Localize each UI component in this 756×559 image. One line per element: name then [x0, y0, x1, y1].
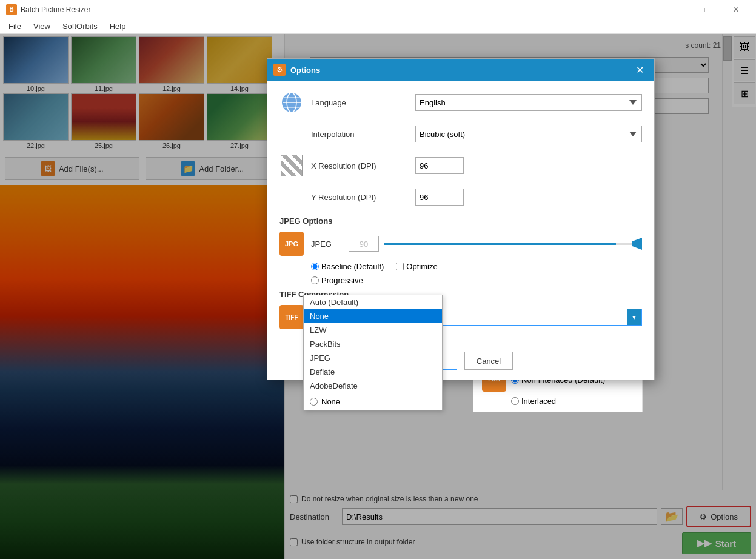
tiff-dropdown-arrow-icon[interactable]: ▼: [627, 309, 641, 325]
interpolation-control: Bicubic (soft): [415, 126, 642, 142]
y-res-spacer: [279, 185, 304, 209]
y-res-control: 96: [415, 189, 642, 206]
baseline-radio-label[interactable]: Baseline (Default): [311, 262, 384, 271]
title-controls: — □ ✕: [664, 0, 750, 19]
baseline-label: Baseline (Default): [321, 262, 384, 271]
jpeg-value-input[interactable]: 90: [349, 236, 379, 252]
language-icon: [279, 90, 304, 115]
language-label: Language: [311, 98, 408, 107]
minimize-button[interactable]: —: [664, 0, 692, 19]
main-content: 10.jpg 11.jpg 12.jpg 14.jpg 22.jpg 25.jp…: [0, 34, 756, 559]
language-control: English: [415, 94, 642, 111]
progressive-radio-label[interactable]: Progressive: [311, 276, 363, 285]
gif-none-row: None: [304, 393, 442, 410]
png-interlaced-text: Interlaced: [521, 397, 556, 406]
progressive-label: Progressive: [321, 276, 363, 285]
resolution-checkered-icon: [281, 155, 303, 176]
interpolation-icon: [279, 122, 304, 146]
menu-softorbits[interactable]: SoftOrbits: [56, 21, 104, 32]
jpeg-slider-fill: [384, 243, 616, 245]
resolution-icon: [279, 153, 304, 178]
png-interlaced-radio[interactable]: [511, 397, 519, 405]
gif-none-radio[interactable]: [310, 398, 318, 406]
x-res-control: 96: [415, 157, 642, 174]
tiff-option-auto[interactable]: Auto (Default): [304, 295, 442, 309]
menu-file[interactable]: File: [2, 21, 27, 32]
dialog-close-button[interactable]: ✕: [631, 61, 648, 78]
jpeg-slider-thumb[interactable]: [632, 238, 642, 250]
baseline-radio[interactable]: [311, 263, 319, 270]
maximize-button[interactable]: □: [693, 0, 721, 19]
app-title: Batch Picture Resizer: [21, 5, 664, 14]
app-close-button[interactable]: ✕: [722, 0, 750, 19]
gif-none-label: None: [321, 397, 340, 406]
cancel-button[interactable]: Cancel: [464, 352, 513, 370]
app-icon: B: [6, 4, 17, 15]
x-resolution-row: X Resolution (DPI) 96: [279, 153, 642, 178]
tiff-option-none[interactable]: None: [304, 309, 442, 323]
jpeg-slider-row: 90: [349, 236, 642, 252]
interpolation-label: Interpolation: [311, 130, 408, 139]
jpeg-label: JPEG: [311, 239, 341, 249]
interpolation-select[interactable]: Bicubic (soft): [415, 126, 642, 142]
tiff-option-deflate[interactable]: Deflate: [304, 365, 442, 379]
interpolation-row: Interpolation Bicubic (soft): [279, 122, 642, 146]
optimize-label: Optimize: [406, 262, 437, 271]
x-res-input[interactable]: 96: [415, 157, 464, 174]
menu-help[interactable]: Help: [104, 21, 132, 32]
progressive-radio[interactable]: [311, 276, 319, 284]
jpeg-row: JPG JPEG 90: [279, 232, 642, 256]
y-res-label: Y Resolution (DPI): [311, 193, 408, 202]
tiff-option-lzw[interactable]: LZW: [304, 323, 442, 337]
dialog-title-bar: ⚙ Options ✕: [267, 59, 654, 81]
tiff-option-packbits[interactable]: PackBits: [304, 337, 442, 351]
menu-view[interactable]: View: [27, 21, 56, 32]
menu-bar: File View SoftOrbits Help: [0, 19, 756, 34]
jpeg-radio-row: Baseline (Default) Optimize: [311, 262, 642, 271]
dialog-gear-icon: ⚙: [273, 64, 286, 76]
language-row: Language English: [279, 90, 642, 115]
png-interlaced-row: Interlaced: [511, 397, 634, 406]
x-res-label: X Resolution (DPI): [311, 161, 408, 170]
png-interlaced-label[interactable]: Interlaced: [511, 397, 556, 406]
optimize-checkbox-label[interactable]: Optimize: [396, 262, 437, 271]
jpeg-icon: JPG: [279, 232, 304, 256]
tiff-dropdown-popup: Auto (Default) None LZW PackBits JPEG De…: [303, 295, 443, 410]
jpeg-slider-track: [384, 243, 642, 245]
y-res-input[interactable]: 96: [415, 189, 464, 206]
jpeg-section-header: JPEG Options: [279, 216, 642, 226]
title-bar: B Batch Picture Resizer — □ ✕: [0, 0, 756, 19]
dialog-title: Options: [290, 65, 626, 75]
tiff-option-jpeg[interactable]: JPEG: [304, 351, 442, 365]
language-select[interactable]: English: [415, 94, 642, 111]
progressive-radio-row: Progressive: [311, 276, 642, 285]
optimize-checkbox[interactable]: [396, 263, 404, 270]
tiff-icon: TIFF: [279, 305, 304, 329]
tiff-option-adobedeflate[interactable]: AdobeDeflate: [304, 379, 442, 393]
y-resolution-row: Y Resolution (DPI) 96: [279, 185, 642, 209]
